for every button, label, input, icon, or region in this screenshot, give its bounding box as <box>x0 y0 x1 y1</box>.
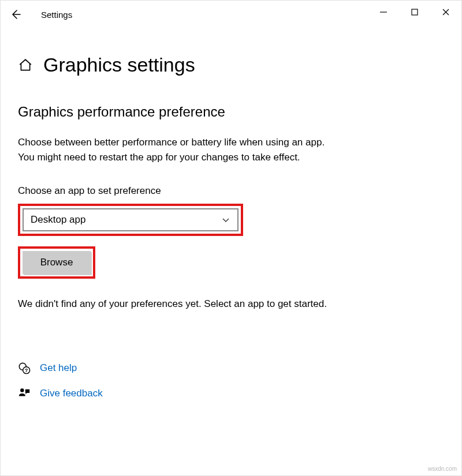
svg-rect-1 <box>412 9 418 15</box>
desc-line2: You might need to restart the app for yo… <box>18 152 300 163</box>
get-help-row[interactable]: ? Get help <box>18 362 444 374</box>
close-icon <box>442 8 450 16</box>
minimize-icon <box>379 8 388 16</box>
chevron-down-icon <box>221 215 230 224</box>
dropdown-highlight: Desktop app <box>18 204 243 236</box>
choose-app-label: Choose an app to set preference <box>18 185 444 197</box>
get-help-link[interactable]: Get help <box>40 362 77 374</box>
page-header: Graphics settings <box>18 54 444 76</box>
dropdown-value: Desktop app <box>31 214 85 226</box>
give-feedback-row[interactable]: Give feedback <box>18 387 444 400</box>
close-button[interactable] <box>430 1 461 24</box>
maximize-button[interactable] <box>399 1 430 24</box>
titlebar: Settings <box>1 1 461 28</box>
content-area: Graphics settings Graphics performance p… <box>1 28 461 426</box>
settings-window: Settings <box>0 0 462 476</box>
back-arrow-icon <box>10 9 21 20</box>
status-text: We didn't find any of your preferences y… <box>18 298 444 310</box>
page-title: Graphics settings <box>43 54 195 76</box>
help-icon: ? <box>18 362 31 374</box>
svg-text:?: ? <box>25 368 28 373</box>
maximize-icon <box>411 8 419 16</box>
desc-line1: Choose between better performance or bat… <box>18 137 325 148</box>
window-title: Settings <box>41 10 72 20</box>
section-title: Graphics performance preference <box>18 104 444 120</box>
browse-button[interactable]: Browse <box>23 251 91 274</box>
watermark: wsxdn.com <box>428 466 457 472</box>
svg-point-7 <box>20 388 24 392</box>
minimize-button[interactable] <box>368 1 399 24</box>
section-description: Choose between better performance or bat… <box>18 135 444 164</box>
give-feedback-link[interactable]: Give feedback <box>40 388 103 399</box>
browse-highlight: Browse <box>18 246 95 279</box>
feedback-icon <box>18 387 31 400</box>
back-button[interactable] <box>4 3 27 26</box>
app-type-dropdown[interactable]: Desktop app <box>23 208 239 231</box>
home-icon[interactable] <box>18 58 33 73</box>
